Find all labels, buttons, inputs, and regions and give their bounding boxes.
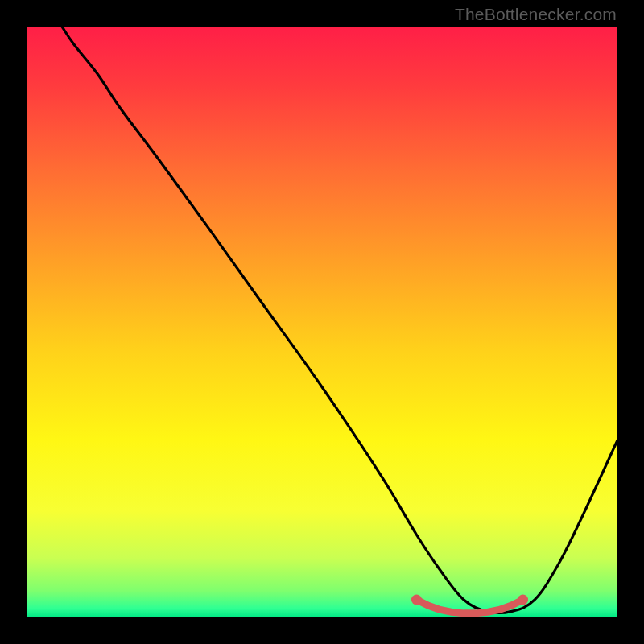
chart-frame <box>27 27 617 617</box>
highlight-end-dot <box>411 594 422 605</box>
watermark-text: TheBottlenecker.com <box>455 5 617 24</box>
highlight-end-dot <box>518 594 528 605</box>
chart-svg <box>27 27 617 617</box>
chart-background <box>27 27 617 617</box>
